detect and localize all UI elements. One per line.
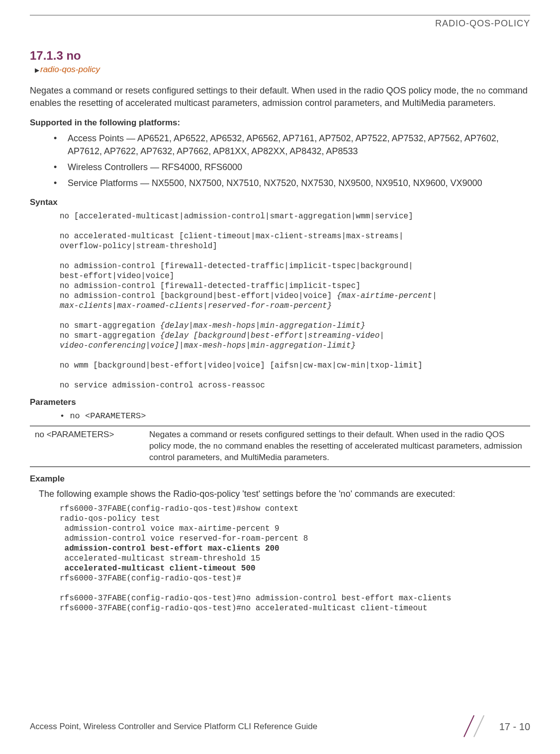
parameters-label: Parameters — [30, 397, 530, 407]
platforms-list: Access Points — AP6521, AP6522, AP6532, … — [30, 132, 530, 189]
parameters-table: no <PARAMETERS> Negates a command or res… — [30, 426, 530, 467]
list-item: Wireless Controllers — RFS4000, RFS6000 — [54, 161, 530, 174]
syntax-block: no [accelerated-multicast|admission-cont… — [60, 211, 530, 390]
syntax-label: Syntax — [30, 197, 530, 207]
param-name-cell: no <PARAMETERS> — [30, 426, 144, 467]
supported-platforms-label: Supported in the following platforms: — [30, 118, 530, 128]
breadcrumb[interactable]: ▶radio-qos-policy — [35, 65, 530, 75]
example-label: Example — [30, 474, 530, 484]
breadcrumb-label: radio-qos-policy — [40, 65, 100, 74]
list-item: Service Platforms — NX5500, NX7500, NX75… — [54, 177, 530, 189]
param-desc-cell: Negates a command or resets configured s… — [144, 426, 530, 467]
list-item: Access Points — AP6521, AP6522, AP6532, … — [54, 132, 530, 158]
example-intro: The following example shows the Radio-qo… — [39, 488, 530, 500]
param-bullet: • no <PARAMETERS> — [60, 411, 530, 421]
intro-paragraph: Negates a command or resets configured s… — [30, 85, 530, 110]
section-heading: 17.1.3 no — [30, 49, 530, 63]
page-footer: Access Point, Wireless Controller and Se… — [30, 716, 530, 737]
footer-slash-icon — [458, 716, 492, 737]
page-number: 17 - 10 — [499, 721, 530, 733]
arrow-icon: ▶ — [35, 67, 39, 74]
footer-title: Access Point, Wireless Controller and Se… — [30, 722, 317, 732]
page-header: RADIO-QOS-POLICY — [30, 18, 530, 29]
table-row: no <PARAMETERS> Negates a command or res… — [30, 426, 530, 467]
example-block: rfs6000-37FABE(config-radio-qos-test)#sh… — [60, 504, 530, 613]
